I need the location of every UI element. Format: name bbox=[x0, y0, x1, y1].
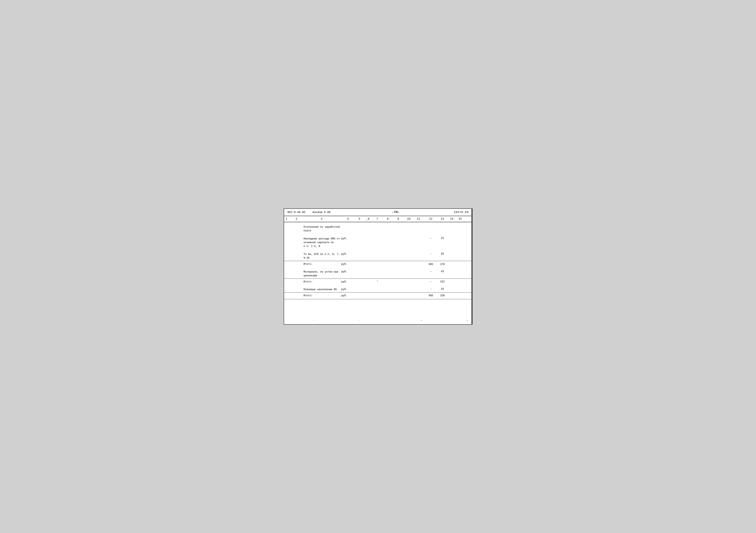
cell-1-15 bbox=[456, 225, 465, 226]
cell-1-11 bbox=[414, 225, 425, 226]
cell-3-1 bbox=[284, 252, 290, 253]
document-page: 902-9-30.85 Альбом 6.88 -74- 20478-09 I … bbox=[284, 208, 472, 324]
col-header-4: 4 bbox=[341, 217, 355, 221]
cell-it3-11 bbox=[414, 295, 425, 296]
col-header-6: _6 bbox=[364, 217, 372, 221]
cell-it1-13: 270 bbox=[437, 262, 448, 266]
cell-2-4: руб. bbox=[341, 236, 355, 241]
dash-2: – bbox=[466, 319, 468, 322]
cell-2-15 bbox=[456, 236, 465, 237]
col-header-15: I5 bbox=[456, 217, 465, 221]
cell-it2-15 bbox=[456, 281, 465, 282]
cell-it2-3: Итого: bbox=[303, 280, 341, 284]
cell-5-5 bbox=[355, 287, 364, 288]
cell-it2-12: – bbox=[425, 280, 437, 284]
cell-3-3: То же, 87% по п.п. 6, 7, 9-26 bbox=[303, 252, 341, 260]
doc-number: 902-9-30.85 bbox=[287, 211, 312, 214]
cell-it3-6 bbox=[364, 295, 372, 296]
cell-4-2 bbox=[290, 270, 303, 271]
cell-3-11 bbox=[414, 252, 425, 253]
cell-it3-5 bbox=[355, 295, 364, 296]
table-row: Плановые накопления 8% руб. – 25 bbox=[284, 285, 472, 292]
cell-4-15 bbox=[456, 270, 465, 271]
cell-it1-10 bbox=[404, 264, 414, 265]
cell-1-3: Отклонения по заработной плате bbox=[303, 225, 341, 233]
cell-1-12 bbox=[425, 225, 437, 226]
cell-it3-14 bbox=[448, 295, 456, 296]
cell-1-14 bbox=[448, 225, 456, 226]
cell-it3-8 bbox=[383, 295, 393, 296]
cell-it1-14 bbox=[448, 264, 456, 265]
col-header-14: I4 bbox=[448, 217, 456, 221]
cell-it1-9 bbox=[393, 264, 404, 265]
itogo-row-1: Итого: руб. 985 270 bbox=[284, 261, 472, 268]
cell-2-7 bbox=[372, 236, 383, 237]
col-header-3: 3 bbox=[303, 217, 341, 221]
cell-2-8 bbox=[383, 236, 393, 237]
cell-it3-13: 338 bbox=[437, 294, 448, 298]
cell-it1-11 bbox=[414, 264, 425, 265]
cell-1-5 bbox=[355, 225, 364, 226]
cell-it1-1 bbox=[284, 264, 290, 265]
cell-2-12: – bbox=[425, 236, 437, 240]
cell-it3-2 bbox=[290, 295, 303, 296]
cell-5-7 bbox=[372, 287, 383, 288]
cell-4-14 bbox=[448, 270, 456, 271]
col-header-2: 2 bbox=[290, 217, 303, 221]
cell-it1-2 bbox=[290, 264, 303, 265]
cell-5-8 bbox=[383, 287, 393, 288]
cell-it3-12: 985 bbox=[425, 294, 437, 298]
cell-it1-12: 985 bbox=[425, 262, 437, 266]
cell-it2-13: 3I3 bbox=[437, 280, 448, 284]
column-headers-row: I 2 3 4 5 _6 7 8 9 IO II. I2 I3 I4 I5 bbox=[284, 216, 472, 222]
cell-3-13: 93 bbox=[437, 252, 448, 256]
right-border-decoration bbox=[472, 209, 472, 324]
cell-5-12: – bbox=[425, 287, 437, 291]
cell-it2-2 bbox=[290, 281, 303, 282]
cell-5-11 bbox=[414, 287, 425, 288]
col-header-8: 8 bbox=[383, 217, 393, 221]
cell-it3-3: Итого: bbox=[303, 294, 341, 298]
cell-1-1 bbox=[284, 225, 290, 226]
cell-4-7 bbox=[372, 270, 383, 271]
cell-4-1 bbox=[284, 270, 290, 271]
cell-4-13: 43 bbox=[437, 270, 448, 274]
cell-1-9 bbox=[393, 225, 404, 226]
col-header-5: 5 bbox=[355, 217, 364, 221]
cell-4-12: – bbox=[425, 270, 437, 274]
col-header-1: I bbox=[284, 217, 290, 221]
cell-it3-9 bbox=[393, 295, 404, 296]
cell-4-3: Материалн, не учтен-ные ценниками bbox=[303, 270, 341, 278]
cell-5-4: руб. bbox=[341, 287, 355, 292]
col-header-7: 7 bbox=[372, 217, 383, 221]
cell-3-12: – bbox=[425, 252, 437, 256]
cell-3-8 bbox=[383, 252, 393, 253]
cell-5-3: Плановые накопления 8% bbox=[303, 287, 341, 292]
cell-2-1 bbox=[284, 236, 290, 237]
dot-2: · bbox=[359, 319, 360, 322]
cell-5-10 bbox=[404, 287, 414, 288]
cell-it3-4: руб. bbox=[341, 294, 355, 298]
table-row: Отклонения по заработной плате bbox=[284, 222, 472, 233]
table-body: Отклонения по заработной плате Накладные… bbox=[284, 222, 472, 299]
itogo-row-2: Итого: руб. ° – 3I3 bbox=[284, 279, 472, 285]
cell-2-6 bbox=[364, 236, 372, 237]
cell-5-9 bbox=[393, 287, 404, 288]
cell-3-2 bbox=[290, 252, 303, 253]
cell-it1-4: руб. bbox=[341, 262, 355, 267]
cell-4-11 bbox=[414, 270, 425, 271]
cell-1-10 bbox=[404, 225, 414, 226]
cell-4-8 bbox=[383, 270, 393, 271]
cell-4-6 bbox=[364, 270, 372, 271]
cell-3-14 bbox=[448, 252, 456, 253]
cell-2-5 bbox=[355, 236, 364, 237]
cell-it2-8 bbox=[383, 281, 393, 282]
cell-2-3: Накладные расходы 80% от основной зарпла… bbox=[303, 236, 341, 249]
cell-5-13: 25 bbox=[437, 287, 448, 291]
document-code: 20478-09 bbox=[454, 211, 469, 214]
cell-1-6 bbox=[364, 225, 372, 226]
cell-2-10 bbox=[404, 236, 414, 237]
col-header-12: I2 bbox=[425, 217, 437, 221]
cell-1-7 bbox=[372, 225, 383, 226]
cell-4-5 bbox=[355, 270, 364, 271]
